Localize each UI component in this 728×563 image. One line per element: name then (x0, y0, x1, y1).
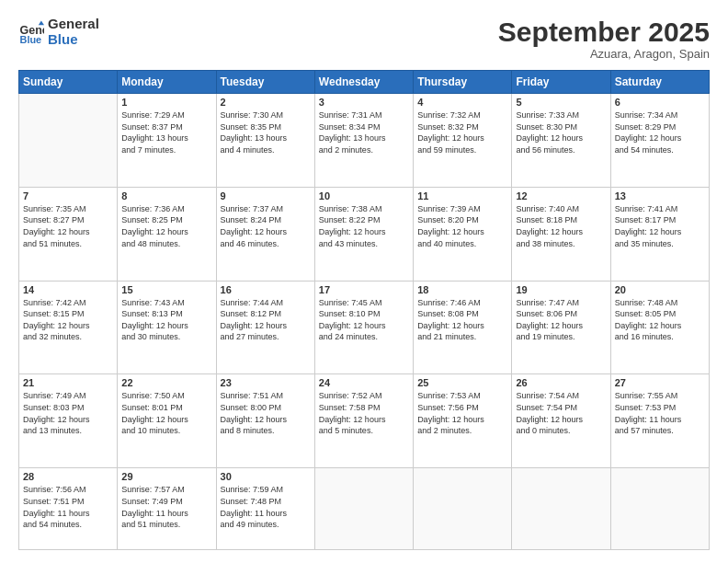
calendar-cell: 1Sunrise: 7:29 AMSunset: 8:37 PMDaylight… (118, 94, 216, 188)
calendar-cell: 6Sunrise: 7:34 AMSunset: 8:29 PMDaylight… (610, 94, 709, 188)
day-number: 22 (121, 377, 211, 388)
calendar-cell: 4Sunrise: 7:32 AMSunset: 8:32 PMDaylight… (414, 94, 512, 188)
day-number: 12 (516, 190, 606, 201)
day-number: 7 (23, 190, 113, 201)
cell-info: Sunrise: 7:34 AMSunset: 8:29 PMDaylight:… (615, 109, 705, 155)
cell-info: Sunrise: 7:55 AMSunset: 7:53 PMDaylight:… (615, 390, 705, 436)
day-number: 26 (516, 377, 606, 388)
day-number: 23 (221, 377, 311, 388)
calendar-cell: 29Sunrise: 7:57 AMSunset: 7:49 PMDayligh… (118, 468, 216, 550)
calendar-cell: 27Sunrise: 7:55 AMSunset: 7:53 PMDayligh… (610, 374, 709, 468)
calendar-cell: 17Sunrise: 7:45 AMSunset: 8:10 PMDayligh… (314, 281, 413, 374)
location: Azuara, Aragon, Spain (498, 47, 710, 61)
calendar-cell: 11Sunrise: 7:39 AMSunset: 8:20 PMDayligh… (414, 187, 512, 281)
calendar-cell: 19Sunrise: 7:47 AMSunset: 8:06 PMDayligh… (512, 281, 610, 374)
week-row-4: 21Sunrise: 7:49 AMSunset: 8:03 PMDayligh… (19, 374, 710, 468)
cell-info: Sunrise: 7:40 AMSunset: 8:18 PMDaylight:… (516, 203, 606, 249)
cell-info: Sunrise: 7:39 AMSunset: 8:20 PMDaylight:… (417, 203, 507, 249)
cell-info: Sunrise: 7:46 AMSunset: 8:08 PMDaylight:… (417, 297, 507, 343)
calendar-cell: 18Sunrise: 7:46 AMSunset: 8:08 PMDayligh… (414, 281, 512, 374)
col-header-saturday: Saturday (610, 71, 709, 94)
calendar-cell: 10Sunrise: 7:38 AMSunset: 8:22 PMDayligh… (314, 187, 413, 281)
day-number: 18 (417, 284, 507, 295)
day-number: 30 (221, 471, 311, 482)
col-header-wednesday: Wednesday (314, 71, 413, 94)
logo-icon: General Blue (18, 19, 44, 45)
cell-info: Sunrise: 7:30 AMSunset: 8:35 PMDaylight:… (221, 109, 311, 155)
calendar-cell: 22Sunrise: 7:50 AMSunset: 8:01 PMDayligh… (118, 374, 216, 468)
cell-info: Sunrise: 7:33 AMSunset: 8:30 PMDaylight:… (516, 109, 606, 155)
day-number: 10 (319, 190, 409, 201)
cell-info: Sunrise: 7:45 AMSunset: 8:10 PMDaylight:… (319, 297, 409, 343)
calendar-cell: 9Sunrise: 7:37 AMSunset: 8:24 PMDaylight… (216, 187, 314, 281)
calendar-header-row: SundayMondayTuesdayWednesdayThursdayFrid… (19, 71, 710, 94)
cell-info: Sunrise: 7:29 AMSunset: 8:37 PMDaylight:… (121, 109, 211, 155)
cell-info: Sunrise: 7:54 AMSunset: 7:54 PMDaylight:… (516, 390, 606, 436)
col-header-sunday: Sunday (19, 71, 118, 94)
cell-info: Sunrise: 7:37 AMSunset: 8:24 PMDaylight:… (221, 203, 311, 249)
calendar-cell: 15Sunrise: 7:43 AMSunset: 8:13 PMDayligh… (118, 281, 216, 374)
calendar-cell: 25Sunrise: 7:53 AMSunset: 7:56 PMDayligh… (414, 374, 512, 468)
day-number: 28 (23, 471, 113, 482)
col-header-tuesday: Tuesday (216, 71, 314, 94)
week-row-2: 7Sunrise: 7:35 AMSunset: 8:27 PMDaylight… (19, 187, 710, 281)
calendar-cell: 7Sunrise: 7:35 AMSunset: 8:27 PMDaylight… (19, 187, 118, 281)
col-header-friday: Friday (512, 71, 610, 94)
calendar-cell: 3Sunrise: 7:31 AMSunset: 8:34 PMDaylight… (314, 94, 413, 188)
day-number: 3 (319, 97, 409, 108)
cell-info: Sunrise: 7:41 AMSunset: 8:17 PMDaylight:… (615, 203, 705, 249)
calendar-cell (19, 94, 118, 188)
cell-info: Sunrise: 7:43 AMSunset: 8:13 PMDaylight:… (121, 297, 211, 343)
day-number: 2 (221, 97, 311, 108)
week-row-1: 1Sunrise: 7:29 AMSunset: 8:37 PMDaylight… (19, 94, 710, 188)
cell-info: Sunrise: 7:44 AMSunset: 8:12 PMDaylight:… (221, 297, 311, 343)
cell-info: Sunrise: 7:57 AMSunset: 7:49 PMDaylight:… (121, 484, 211, 530)
day-number: 29 (121, 471, 211, 482)
day-number: 25 (417, 377, 507, 388)
month-title: September 2025 (498, 17, 710, 47)
calendar-cell: 26Sunrise: 7:54 AMSunset: 7:54 PMDayligh… (512, 374, 610, 468)
calendar-cell (512, 468, 610, 550)
week-row-5: 28Sunrise: 7:56 AMSunset: 7:51 PMDayligh… (19, 468, 710, 550)
day-number: 4 (417, 97, 507, 108)
week-row-3: 14Sunrise: 7:42 AMSunset: 8:15 PMDayligh… (19, 281, 710, 374)
cell-info: Sunrise: 7:50 AMSunset: 8:01 PMDaylight:… (121, 390, 211, 436)
day-number: 20 (615, 284, 705, 295)
cell-info: Sunrise: 7:47 AMSunset: 8:06 PMDaylight:… (516, 297, 606, 343)
logo: General Blue General Blue (18, 17, 99, 47)
calendar-cell: 21Sunrise: 7:49 AMSunset: 8:03 PMDayligh… (19, 374, 118, 468)
calendar-cell: 13Sunrise: 7:41 AMSunset: 8:17 PMDayligh… (610, 187, 709, 281)
calendar-cell (610, 468, 709, 550)
calendar-cell (314, 468, 413, 550)
day-number: 6 (615, 97, 705, 108)
day-number: 13 (615, 190, 705, 201)
title-block: September 2025 Azuara, Aragon, Spain (498, 17, 710, 61)
cell-info: Sunrise: 7:59 AMSunset: 7:48 PMDaylight:… (221, 484, 311, 530)
cell-info: Sunrise: 7:42 AMSunset: 8:15 PMDaylight:… (23, 297, 113, 343)
calendar-cell: 5Sunrise: 7:33 AMSunset: 8:30 PMDaylight… (512, 94, 610, 188)
calendar-cell (414, 468, 512, 550)
calendar-cell: 24Sunrise: 7:52 AMSunset: 7:58 PMDayligh… (314, 374, 413, 468)
cell-info: Sunrise: 7:51 AMSunset: 8:00 PMDaylight:… (221, 390, 311, 436)
day-number: 21 (23, 377, 113, 388)
day-number: 9 (221, 190, 311, 201)
day-number: 5 (516, 97, 606, 108)
day-number: 19 (516, 284, 606, 295)
day-number: 8 (121, 190, 211, 201)
day-number: 15 (121, 284, 211, 295)
col-header-monday: Monday (118, 71, 216, 94)
calendar-cell: 12Sunrise: 7:40 AMSunset: 8:18 PMDayligh… (512, 187, 610, 281)
calendar-table: SundayMondayTuesdayWednesdayThursdayFrid… (18, 70, 710, 550)
calendar-cell: 16Sunrise: 7:44 AMSunset: 8:12 PMDayligh… (216, 281, 314, 374)
calendar-cell: 28Sunrise: 7:56 AMSunset: 7:51 PMDayligh… (19, 468, 118, 550)
calendar-cell: 23Sunrise: 7:51 AMSunset: 8:00 PMDayligh… (216, 374, 314, 468)
calendar-cell: 30Sunrise: 7:59 AMSunset: 7:48 PMDayligh… (216, 468, 314, 550)
logo-blue: Blue (48, 32, 99, 48)
cell-info: Sunrise: 7:48 AMSunset: 8:05 PMDaylight:… (615, 297, 705, 343)
cell-info: Sunrise: 7:32 AMSunset: 8:32 PMDaylight:… (417, 109, 507, 155)
day-number: 11 (417, 190, 507, 201)
page: General Blue General Blue September 2025… (0, 0, 728, 563)
day-number: 14 (23, 284, 113, 295)
calendar-cell: 8Sunrise: 7:36 AMSunset: 8:25 PMDaylight… (118, 187, 216, 281)
cell-info: Sunrise: 7:49 AMSunset: 8:03 PMDaylight:… (23, 390, 113, 436)
